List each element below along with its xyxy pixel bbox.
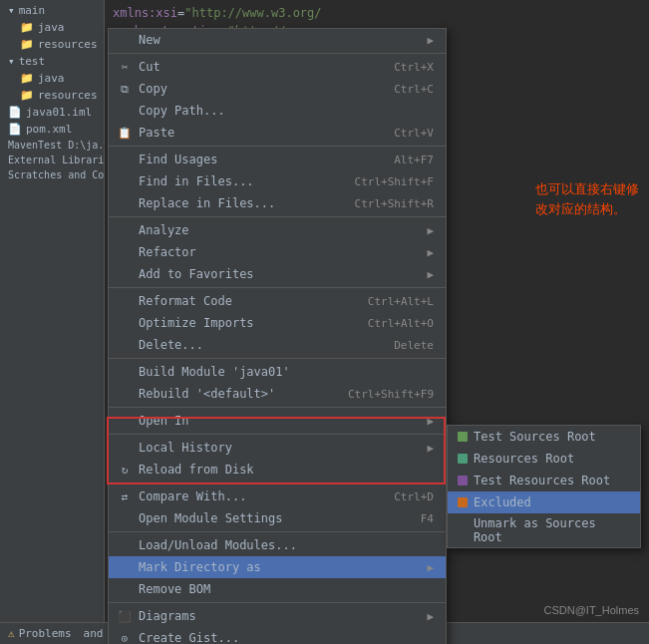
menu-item-add-favorites[interactable]: Add to Favorites ▶: [109, 263, 446, 285]
menu-item-remove-bom-label: Remove BOM: [139, 582, 210, 596]
problems-status[interactable]: ⚠ Problems: [8, 627, 72, 640]
menu-item-rebuild-label: Rebuild '<default>': [139, 387, 275, 401]
menu-item-copy[interactable]: ⧉ Copy Ctrl+C: [109, 78, 446, 100]
separator-4: [109, 287, 446, 288]
sidebar-label: resources: [38, 38, 98, 51]
menu-item-optimize[interactable]: Optimize Imports Ctrl+Alt+O: [109, 312, 446, 334]
menu-item-favorites-label: Add to Favorites: [139, 267, 254, 281]
submenu-resources-root[interactable]: Resources Root: [448, 448, 640, 470]
sidebar-item-maven[interactable]: MavenTest D:\ja...: [0, 138, 104, 153]
menu-item-delete[interactable]: Delete... Delete: [109, 334, 446, 356]
menu-item-analyze[interactable]: Analyze ▶: [109, 219, 446, 241]
menu-item-replace-label: Replace in Files...: [139, 196, 275, 210]
menu-item-compare-with[interactable]: ⇄ Compare With... Ctrl+D: [109, 485, 446, 507]
menu-item-create-gist[interactable]: ⊙ Create Gist...: [109, 627, 446, 644]
cut-icon: ✂: [117, 61, 133, 74]
diagrams-icon: ⬛: [117, 610, 133, 623]
optimize-shortcut: Ctrl+Alt+O: [368, 317, 434, 330]
java-folder-icon: 📁: [20, 72, 34, 85]
sidebar-item-scratches[interactable]: Scratches and Cons...: [0, 167, 104, 182]
menu-item-copy-label: Copy: [139, 82, 167, 96]
menu-item-reload[interactable]: ↻ Reload from Disk: [109, 459, 446, 481]
menu-item-refactor-label: Refactor: [139, 245, 196, 259]
test-resources-icon: [458, 476, 468, 485]
menu-item-remove-bom[interactable]: Remove BOM: [109, 578, 446, 600]
sidebar-label: test: [19, 55, 46, 68]
separator-5: [109, 358, 446, 359]
sidebar-item-resources[interactable]: 📁 resources: [0, 36, 104, 53]
project-sidebar: ▾ main 📁 java 📁 resources ▾ test 📁 java …: [0, 0, 105, 644]
submenu-excluded[interactable]: Excluded: [448, 491, 640, 513]
menu-item-reformat-label: Reformat Code: [139, 294, 232, 308]
sidebar-item-java[interactable]: 📁 java: [0, 19, 104, 36]
unmark-label: Unmark as Sources Root: [474, 516, 630, 544]
sidebar-item-iml[interactable]: 📄 java01.iml: [0, 104, 104, 121]
folder-icon: ▾: [8, 55, 15, 68]
sidebar-item-test-java[interactable]: 📁 java: [0, 70, 104, 87]
folder-icon: ▾: [8, 4, 15, 17]
menu-item-build-label: Build Module 'java01': [139, 365, 290, 379]
diagrams-arrow: ▶: [427, 610, 434, 623]
sidebar-label: resources: [38, 89, 98, 102]
sidebar-item-pom[interactable]: 📄 pom.xml: [0, 121, 104, 138]
sidebar-item-external-libs[interactable]: External Libraries: [0, 153, 104, 167]
watermark: CSDN@IT_Holmes: [543, 604, 639, 616]
menu-item-mark-directory-label: Mark Directory as: [139, 560, 261, 574]
menu-item-rebuild[interactable]: Rebuild '<default>' Ctrl+Shift+F9: [109, 383, 446, 405]
problems-label: Problems: [19, 627, 72, 640]
analyze-arrow: ▶: [427, 224, 434, 237]
separator-9: [109, 531, 446, 532]
replace-shortcut: Ctrl+Shift+R: [355, 197, 434, 210]
cut-shortcut: Ctrl+X: [394, 61, 434, 74]
menu-item-reformat[interactable]: Reformat Code Ctrl+Alt+L: [109, 290, 446, 312]
menu-item-load-unload[interactable]: Load/Unload Modules...: [109, 534, 446, 556]
context-menu: New ▶ ✂ Cut Ctrl+X ⧉ Copy Ctrl+C Copy Pa…: [108, 28, 447, 644]
sidebar-label: java: [38, 72, 65, 85]
submenu-test-sources-root[interactable]: Test Sources Root: [448, 426, 640, 448]
menu-item-load-unload-label: Load/Unload Modules...: [139, 538, 297, 552]
menu-item-find-usages-label: Find Usages: [139, 153, 217, 166]
menu-item-find-files-label: Find in Files...: [139, 174, 254, 188]
sidebar-item-main[interactable]: ▾ main: [0, 2, 104, 19]
sidebar-label: pom.xml: [26, 123, 72, 136]
menu-item-replace-in-files[interactable]: Replace in Files... Ctrl+Shift+R: [109, 192, 446, 214]
menu-item-mark-directory[interactable]: Mark Directory as ▶: [109, 556, 446, 578]
menu-item-create-gist-label: Create Gist...: [139, 631, 239, 644]
menu-item-local-history-label: Local History: [139, 441, 232, 455]
sidebar-item-test-resources[interactable]: 📁 resources: [0, 87, 104, 104]
submenu-unmark-as-sources[interactable]: Unmark as Sources Root: [448, 513, 640, 547]
menu-item-diagrams[interactable]: ⬛ Diagrams ▶: [109, 605, 446, 627]
menu-item-cut[interactable]: ✂ Cut Ctrl+X: [109, 56, 446, 78]
java-folder-icon: 📁: [20, 21, 34, 34]
copy-shortcut: Ctrl+C: [394, 83, 434, 96]
open-in-arrow: ▶: [427, 415, 434, 428]
menu-item-module-settings-label: Open Module Settings: [139, 511, 283, 525]
test-sources-icon: [458, 432, 468, 442]
compare-icon: ⇄: [117, 490, 133, 503]
menu-item-new[interactable]: New ▶: [109, 29, 446, 51]
submenu-test-resources-root[interactable]: Test Resources Root: [448, 470, 640, 491]
sidebar-item-test[interactable]: ▾ test: [0, 53, 104, 70]
menu-item-find-usages[interactable]: Find Usages Alt+F7: [109, 149, 446, 170]
test-sources-label: Test Sources Root: [474, 430, 596, 444]
excluded-icon: [458, 497, 468, 507]
menu-item-open-in[interactable]: Open In ▶: [109, 410, 446, 432]
menu-item-refactor[interactable]: Refactor ▶: [109, 241, 446, 263]
menu-item-module-settings[interactable]: Open Module Settings F4: [109, 507, 446, 529]
submenu-arrow: ▶: [427, 34, 434, 47]
menu-item-local-history[interactable]: Local History ▶: [109, 437, 446, 459]
menu-item-copy-path[interactable]: Copy Path...: [109, 100, 446, 122]
menu-item-build-module[interactable]: Build Module 'java01': [109, 361, 446, 383]
test-resources-label: Test Resources Root: [474, 474, 610, 487]
resources-icon: [458, 454, 468, 464]
menu-item-open-in-label: Open In: [139, 414, 189, 428]
code-line-1: xmlns:xsi="http://www.w3.org/: [113, 4, 641, 22]
mark-directory-arrow: ▶: [427, 561, 434, 574]
module-settings-shortcut: F4: [421, 512, 434, 525]
menu-item-paste[interactable]: 📋 Paste Ctrl+V: [109, 122, 446, 144]
rebuild-shortcut: Ctrl+Shift+F9: [348, 388, 434, 401]
menu-item-new-label: New: [139, 33, 161, 47]
separator-7: [109, 434, 446, 435]
separator-1: [109, 53, 446, 54]
menu-item-find-in-files[interactable]: Find in Files... Ctrl+Shift+F: [109, 170, 446, 192]
